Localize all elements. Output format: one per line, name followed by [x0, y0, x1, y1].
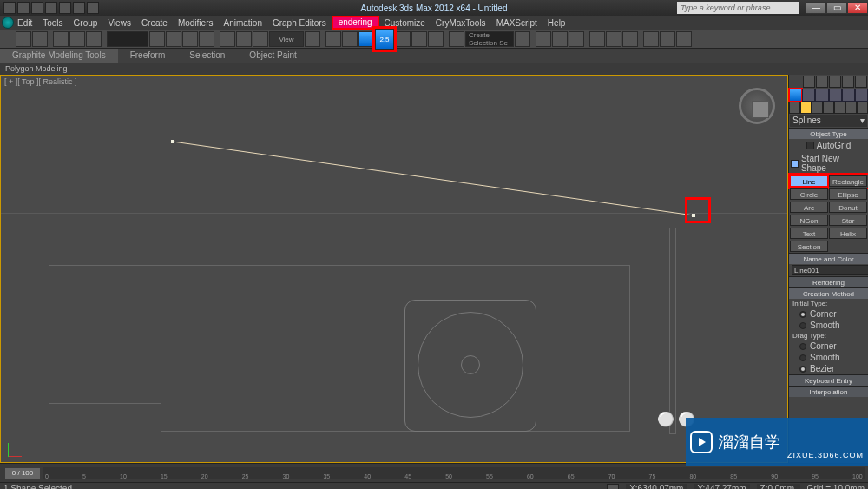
- redo-button[interactable]: [32, 31, 48, 47]
- menu-rendering[interactable]: endering: [332, 15, 379, 30]
- object-name-input[interactable]: [792, 265, 868, 275]
- schematic-view-button[interactable]: [606, 31, 621, 47]
- redo-icon[interactable]: [73, 2, 85, 14]
- spinner-snap-button[interactable]: [428, 31, 444, 47]
- circle-button[interactable]: Circle: [790, 188, 828, 200]
- rectangle-button[interactable]: Rectangle: [829, 175, 867, 187]
- menu-modifiers[interactable]: Modifiers: [173, 17, 219, 29]
- drag-corner-radio[interactable]: Corner: [789, 340, 868, 352]
- drag-smooth-radio[interactable]: Smooth: [789, 352, 868, 363]
- bind-button[interactable]: [86, 31, 102, 47]
- open-icon[interactable]: [31, 2, 43, 14]
- app-menu-icon[interactable]: [3, 2, 16, 14]
- helpers-cat-icon[interactable]: [834, 102, 845, 114]
- ngon-button[interactable]: NGon: [790, 215, 828, 226]
- named-selection-combo[interactable]: Create Selection Se: [465, 31, 514, 47]
- shapes-subtype-combo[interactable]: Splines▾: [790, 115, 867, 127]
- initial-smooth-radio[interactable]: Smooth: [789, 320, 868, 331]
- select-button[interactable]: [149, 31, 165, 47]
- hierarchy-tab[interactable]: [815, 89, 828, 102]
- align-button[interactable]: [536, 31, 551, 47]
- percent-snap-button[interactable]: [411, 31, 427, 47]
- arc-button[interactable]: Arc: [790, 202, 828, 213]
- selection-filter[interactable]: [107, 31, 148, 47]
- lock-ui-icon[interactable]: [803, 76, 815, 88]
- menu-edit[interactable]: Edit: [12, 17, 37, 29]
- undo-icon[interactable]: [59, 2, 71, 14]
- qat-more-icon[interactable]: [87, 2, 99, 14]
- rotate-button[interactable]: [236, 31, 252, 47]
- section-button[interactable]: Section: [790, 241, 828, 252]
- motion-tab[interactable]: [829, 89, 842, 102]
- coord-y[interactable]: Y:447.27mm: [694, 484, 749, 490]
- menu-views[interactable]: Views: [102, 17, 136, 29]
- menu-crymaxtools[interactable]: CryMaxTools: [431, 17, 491, 29]
- menu-group[interactable]: Group: [69, 17, 103, 29]
- ribbon-toggle-button[interactable]: [569, 31, 584, 47]
- viewport-top[interactable]: [ + ][ Top ][ Realistic ] ⚪⚪: [0, 75, 788, 463]
- display-tab[interactable]: [842, 89, 855, 102]
- rollout-creation-method[interactable]: Creation Method: [789, 287, 868, 299]
- geometry-cat-icon[interactable]: [789, 102, 800, 114]
- drag-bezier-radio[interactable]: Bezier: [789, 363, 868, 374]
- app-icon[interactable]: [2, 17, 14, 29]
- timeline-track[interactable]: 0510 152025 303540 455055 606570 758085 …: [43, 467, 865, 479]
- new-icon[interactable]: [17, 2, 30, 14]
- spacewarps-cat-icon[interactable]: [845, 102, 857, 114]
- donut-button[interactable]: Donut: [829, 202, 867, 213]
- lock-selection-icon[interactable]: [607, 484, 619, 490]
- layers-button[interactable]: [552, 31, 568, 47]
- undo-button[interactable]: [16, 31, 31, 47]
- menu-customize[interactable]: Customize: [379, 17, 431, 29]
- snap-2-5d-button[interactable]: 2.5: [375, 29, 394, 50]
- viewport-label[interactable]: [ + ][ Top ][ Realistic ]: [4, 77, 77, 86]
- rendered-frame-button[interactable]: [660, 31, 675, 47]
- use-center-button[interactable]: [305, 31, 320, 47]
- help-search-input[interactable]: Type a keyword or phrase: [677, 2, 799, 14]
- window-crossing-button[interactable]: [199, 31, 214, 47]
- menu-animation[interactable]: Animation: [218, 17, 266, 29]
- helix-button[interactable]: Helix: [829, 228, 867, 239]
- rollout-name-color[interactable]: Name and Color: [789, 253, 868, 264]
- maximize-button[interactable]: ▭: [826, 2, 847, 14]
- rollout-object-type[interactable]: Object Type: [789, 128, 868, 139]
- start-new-shape-checkbox[interactable]: Start New Shape: [789, 152, 868, 175]
- snap-toggle-button[interactable]: [358, 31, 374, 47]
- tab-graphite[interactable]: Graphite Modeling Tools: [0, 49, 118, 63]
- initial-corner-radio[interactable]: Corner: [789, 308, 868, 320]
- save-icon[interactable]: [45, 2, 57, 14]
- rollout-interpolation[interactable]: Interpolation: [789, 386, 868, 397]
- tab-object-paint[interactable]: Object Paint: [237, 49, 308, 63]
- mirror-button[interactable]: [515, 31, 530, 47]
- keyboard-shortcut-button[interactable]: [342, 31, 358, 47]
- rollout-keyboard-entry[interactable]: Keyboard Entry: [789, 374, 868, 386]
- cameras-cat-icon[interactable]: [823, 102, 834, 114]
- star-button[interactable]: Star: [829, 215, 867, 226]
- menu-graph-editors[interactable]: Graph Editors: [267, 17, 332, 29]
- menu-create[interactable]: Create: [136, 17, 173, 29]
- unlink-button[interactable]: [69, 31, 85, 47]
- select-name-button[interactable]: [166, 31, 181, 47]
- viewport-config-icon[interactable]: [816, 76, 828, 88]
- select-region-button[interactable]: [182, 31, 198, 47]
- coord-x[interactable]: X:6340.07mm: [626, 484, 687, 490]
- menu-tools[interactable]: Tools: [37, 17, 68, 29]
- line-button[interactable]: Line: [790, 175, 828, 187]
- ribbon-submode[interactable]: Polygon Modeling: [0, 63, 868, 75]
- utilities-tab[interactable]: [855, 89, 868, 102]
- systems-cat-icon[interactable]: [857, 102, 868, 114]
- curve-editor-button[interactable]: [589, 31, 605, 47]
- autogrid-checkbox[interactable]: AutoGrid: [789, 139, 868, 152]
- scale-button[interactable]: [253, 31, 268, 47]
- close-button[interactable]: ✕: [847, 2, 868, 14]
- ref-coord-combo[interactable]: View: [269, 31, 304, 47]
- render-setup-button[interactable]: [643, 31, 659, 47]
- cam-icon[interactable]: [829, 76, 841, 88]
- text-button[interactable]: Text: [790, 228, 828, 239]
- tab-selection[interactable]: Selection: [177, 49, 237, 63]
- render-icon[interactable]: [855, 76, 867, 88]
- ellipse-button[interactable]: Ellipse: [829, 188, 867, 200]
- coord-z[interactable]: Z:0.0mm: [757, 484, 800, 490]
- menu-help[interactable]: Help: [542, 17, 571, 29]
- minimize-button[interactable]: —: [806, 2, 826, 14]
